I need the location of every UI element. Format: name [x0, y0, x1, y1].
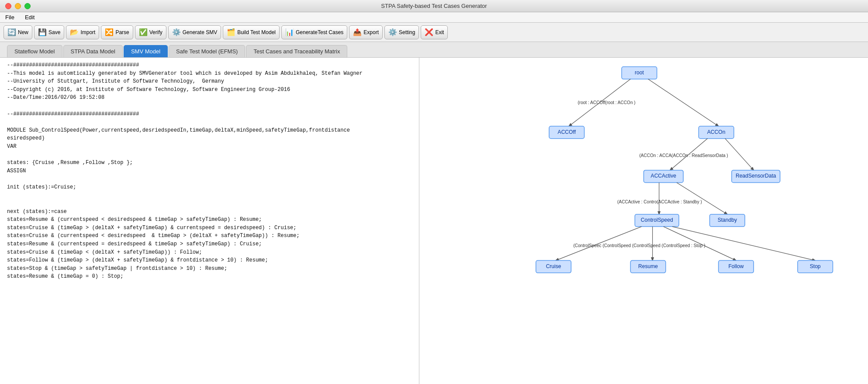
setting-label: Setting	[399, 29, 415, 35]
save-label: Save	[48, 29, 60, 35]
export-button[interactable]: 📤 Export	[349, 25, 383, 39]
build-test-model-button[interactable]: 🗂️ Build Test Model	[223, 25, 280, 39]
maximize-button[interactable]	[24, 3, 31, 9]
node-accoff-label: ACCOff	[558, 129, 576, 135]
traffic-lights[interactable]	[5, 3, 31, 9]
exit-icon: ❌	[425, 28, 433, 36]
tree-diagram: root (root : ACCOff(root : ACCOn ) ACCOf…	[419, 58, 868, 384]
node-cruise-label: Cruise	[546, 263, 561, 269]
diagram-pane: root (root : ACCOff(root : ACCOn ) ACCOf…	[419, 58, 868, 384]
parse-label: Parse	[115, 29, 129, 35]
parse-icon: 🔀	[105, 28, 114, 36]
menu-edit[interactable]: Edit	[23, 13, 36, 21]
verify-button[interactable]: ✅ Verify	[135, 25, 166, 39]
export-icon: 📤	[353, 28, 362, 36]
minimize-button[interactable]	[15, 3, 21, 9]
import-label: Import	[80, 29, 95, 35]
exit-button[interactable]: ❌ Exit	[421, 25, 448, 39]
node-standby-label: Standby	[718, 217, 737, 223]
import-icon: 📂	[70, 28, 79, 36]
save-icon: 💾	[38, 28, 47, 36]
edge-accactive-standby	[677, 182, 727, 214]
edge-label-accactive: (ACCActive : Contro(ACCActive : Standby …	[617, 199, 702, 204]
new-label: New	[18, 29, 28, 35]
window-title: STPA Safety-based Test Cases Generator	[381, 3, 487, 9]
edge-root-accon	[648, 79, 719, 126]
tab-test-cases[interactable]: Test Cases and Traceability Matrix	[246, 45, 347, 57]
node-accon-label: ACCOn	[707, 129, 726, 135]
node-controlspeed-label: ControlSpeed	[641, 217, 673, 223]
save-button[interactable]: 💾 Save	[34, 25, 64, 39]
node-readsd-label: ReadSensorData	[736, 173, 776, 179]
node-follow-label: Follow	[728, 263, 744, 269]
menu-file[interactable]: File	[3, 13, 16, 21]
generate-smv-button[interactable]: ⚙️ Generate SMV	[168, 25, 221, 39]
code-pane[interactable]: --######################################…	[0, 58, 419, 384]
generate-smv-label: Generate SMV	[183, 29, 217, 35]
tab-stpa-data-model[interactable]: STPA Data Model	[63, 45, 123, 57]
verify-icon: ✅	[139, 28, 148, 36]
setting-button[interactable]: ⚙️ Setting	[384, 25, 419, 39]
generate-smv-icon: ⚙️	[172, 28, 181, 36]
build-test-model-icon: 🗂️	[227, 28, 235, 36]
node-resume-label: Resume	[638, 263, 658, 269]
edge-label-cs1: (ControlSpeec (ControlSpeed (ControlSpee…	[573, 243, 705, 248]
node-accactive-label: ACCActive	[651, 173, 677, 179]
tab-safe-test-model[interactable]: Safe Test Model (EFMS)	[169, 45, 245, 57]
generate-test-cases-label: GenerateTest Cases	[296, 29, 343, 35]
generate-test-cases-button[interactable]: 📊 GenerateTest Cases	[281, 25, 347, 39]
edge-accon-readsd	[725, 139, 754, 170]
tab-stateflow-model[interactable]: Stateflow Model	[7, 45, 62, 57]
new-button[interactable]: 🔄 New	[3, 25, 32, 39]
node-root-label: root	[635, 70, 644, 76]
tab-bar: Stateflow Model STPA Data Model SMV Mode…	[0, 42, 868, 58]
title-bar: STPA Safety-based Test Cases Generator	[0, 0, 868, 12]
exit-label: Exit	[435, 29, 444, 35]
main-content: --######################################…	[0, 58, 868, 384]
close-button[interactable]	[5, 3, 11, 9]
import-button[interactable]: 📂 Import	[66, 25, 99, 39]
node-stop-label: Stop	[810, 263, 821, 269]
new-icon: 🔄	[7, 28, 16, 36]
build-test-model-label: Build Test Model	[237, 29, 276, 35]
generate-test-cases-icon: 📊	[285, 28, 294, 36]
toolbar: 🔄 New 💾 Save 📂 Import 🔀 Parse ✅ Verify ⚙…	[0, 23, 868, 42]
tab-smv-model[interactable]: SMV Model	[124, 45, 168, 57]
export-label: Export	[363, 29, 379, 35]
edge-label-accon-acc: (ACCOn : ACCA(ACCOn : ReadSensorData )	[639, 153, 728, 158]
menu-bar: File Edit	[0, 12, 868, 23]
parse-button[interactable]: 🔀 Parse	[101, 25, 133, 39]
verify-label: Verify	[149, 29, 163, 35]
setting-icon: ⚙️	[388, 28, 397, 36]
edge-label-root-accoff: (root : ACCOff(root : ACCOn )	[578, 100, 635, 105]
